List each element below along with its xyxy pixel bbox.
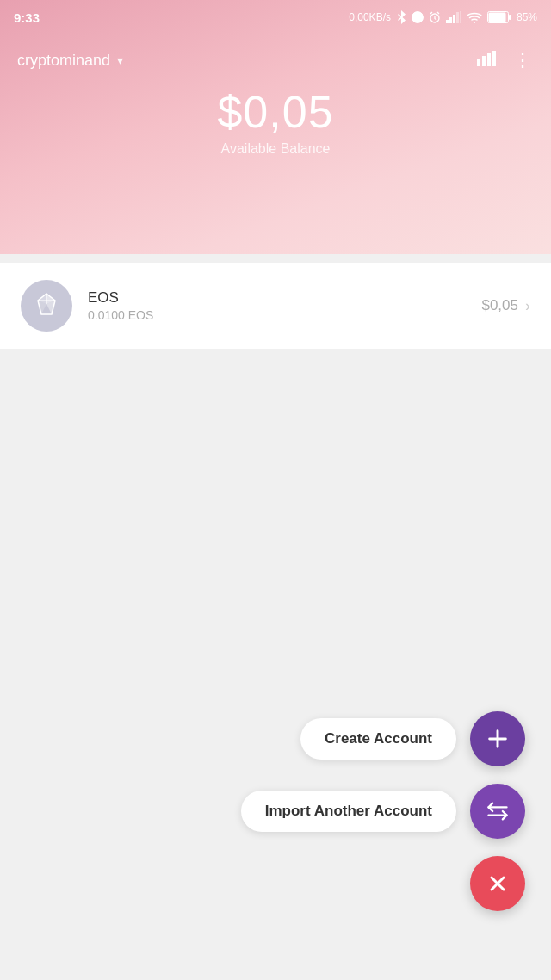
token-item[interactable]: EOS 0.0100 EOS $0,05 › [0,263,551,349]
svg-rect-14 [487,53,491,66]
svg-point-8 [474,22,475,23]
create-account-row: Create Account [300,711,525,766]
balance-amount: $0,05 [217,86,333,138]
balance-label: Available Balance [221,141,331,157]
svg-rect-15 [492,51,496,66]
svg-rect-3 [446,20,449,23]
svg-rect-7 [460,11,461,23]
import-account-label: Import Another Account [241,791,456,832]
chevron-right-icon: › [525,297,530,315]
more-options-icon[interactable]: ⋮ [513,49,534,71]
battery-pct: 85% [517,11,537,23]
token-list: EOS 0.0100 EOS $0,05 › [0,254,551,357]
svg-rect-6 [456,12,459,23]
token-value-row: $0,05 › [481,297,530,315]
chart-icon[interactable] [477,51,496,71]
network-speed: 0,00KB/s [349,11,391,23]
status-bar: 9:33 0,00KB/s 85% [0,0,551,34]
svg-rect-4 [449,17,452,23]
wifi-icon [467,11,482,23]
create-account-button[interactable] [470,711,525,766]
import-account-row: Import Another Account [241,784,525,839]
mute-icon [412,11,424,23]
balance-section: $0,05 Available Balance [0,86,551,157]
token-amount: 0.0100 EOS [88,308,481,322]
create-account-label: Create Account [300,718,456,760]
close-fab-row [470,856,525,911]
dropdown-arrow-icon: ▾ [117,53,123,67]
token-info: EOS 0.0100 EOS [88,289,481,322]
battery-icon [487,11,511,23]
alarm-icon [429,11,441,23]
import-account-button[interactable] [470,784,525,839]
close-fab-button[interactable] [470,856,525,911]
token-name: EOS [88,289,481,307]
status-time: 9:33 [14,10,40,25]
bluetooth-icon [396,10,406,24]
eos-logo [33,292,60,319]
svg-rect-11 [488,13,505,22]
svg-rect-12 [477,59,480,66]
status-right: 0,00KB/s 85% [349,10,537,24]
account-name: cryptominand [17,52,110,70]
svg-rect-5 [453,15,455,23]
svg-rect-13 [482,56,486,66]
account-selector[interactable]: cryptominand ▾ [17,52,123,70]
token-icon-eos [21,280,72,332]
token-value: $0,05 [481,297,518,314]
close-icon [486,871,510,896]
fab-area: Create Account Import Another Account [241,711,525,911]
nav-right-icons: ⋮ [477,49,534,71]
plus-icon [486,727,510,751]
signal-icon [446,11,461,23]
top-nav: cryptominand ▾ ⋮ [0,34,551,86]
transfer-icon [486,799,510,823]
svg-rect-10 [509,15,511,20]
